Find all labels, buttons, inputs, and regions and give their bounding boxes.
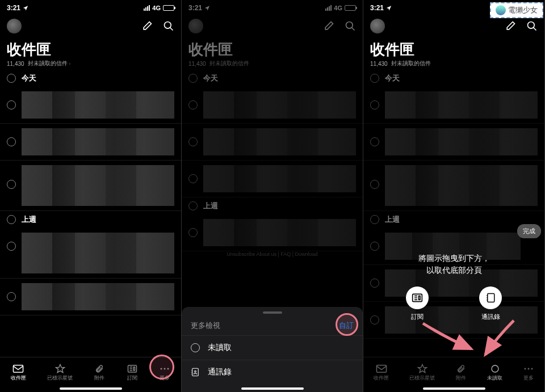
home-indicator[interactable] xyxy=(60,387,122,390)
radio-icon xyxy=(188,228,198,237)
sheet-handle[interactable] xyxy=(263,311,282,314)
mail-list[interactable]: 今天 上週 xyxy=(0,70,181,357)
tab-attachments[interactable]: 附件 xyxy=(455,364,467,382)
list-item[interactable] xyxy=(0,279,181,315)
paperclip-icon xyxy=(94,364,105,373)
location-arrow-icon xyxy=(204,5,210,11)
avatar[interactable] xyxy=(370,19,385,33)
avatar xyxy=(188,19,203,33)
tab-starred[interactable]: 已標示星號 xyxy=(47,364,73,382)
screen-3-customize: 電獺少女 3:21 4G 收件匣 11,430 封未讀取的信件 今天 上週 4天 xyxy=(363,0,545,392)
svg-point-4 xyxy=(164,368,166,370)
done-button[interactable]: 完成 xyxy=(517,224,541,238)
svg-point-13 xyxy=(525,368,526,370)
radio-icon xyxy=(370,242,379,251)
avatar[interactable] xyxy=(7,19,22,33)
drag-item-subscriptions[interactable]: 訂閱 xyxy=(406,286,429,321)
home-indicator[interactable] xyxy=(241,387,304,390)
search-icon[interactable] xyxy=(163,20,174,32)
star-icon xyxy=(417,364,428,373)
radio-icon[interactable] xyxy=(7,137,16,146)
radio-icon xyxy=(370,180,379,189)
mail-icon xyxy=(376,364,387,373)
radio-icon[interactable] xyxy=(7,292,16,301)
radio-icon[interactable] xyxy=(7,74,16,83)
address-book-icon xyxy=(479,286,502,309)
unread-summary[interactable]: 11,430 封未讀取的信件 xyxy=(370,60,538,68)
tab-unread[interactable]: 未讀取 xyxy=(487,364,502,382)
list-item xyxy=(182,161,363,197)
compose-icon[interactable] xyxy=(505,20,516,32)
tab-attachments[interactable]: 附件 xyxy=(94,364,105,382)
more-sheet[interactable]: 更多檢視 自訂 未讀取 通訊錄 xyxy=(182,307,363,392)
list-item xyxy=(182,214,363,251)
svg-point-14 xyxy=(528,368,530,370)
svg-point-12 xyxy=(492,365,498,372)
network-label: 4G xyxy=(334,5,342,11)
radio-icon[interactable] xyxy=(7,242,16,251)
tab-inbox[interactable]: 收件匣 xyxy=(11,364,26,382)
customize-button[interactable]: 自訂 xyxy=(339,321,354,331)
app-header xyxy=(182,16,363,36)
signal-bars-icon xyxy=(325,5,332,11)
location-arrow-icon xyxy=(23,5,28,11)
page-title: 收件匣 xyxy=(370,40,538,60)
instruction-text: 將圖示拖曳到下方， 以取代底部分頁 xyxy=(363,252,544,276)
list-item xyxy=(363,124,544,161)
list-item xyxy=(182,124,363,161)
chevron-right-icon: › xyxy=(69,61,70,66)
tab-subscriptions[interactable]: 訂閱 xyxy=(127,364,138,382)
list-item[interactable] xyxy=(0,161,181,211)
svg-rect-1 xyxy=(14,365,23,372)
compose-icon xyxy=(323,20,334,32)
radio-icon xyxy=(188,100,198,109)
newspaper-icon xyxy=(406,286,429,309)
list-item[interactable] xyxy=(0,124,181,161)
app-header xyxy=(0,16,181,36)
location-arrow-icon xyxy=(386,5,392,11)
tab-starred[interactable]: 已標示星號 xyxy=(409,364,435,382)
signal-bars-icon xyxy=(144,5,150,11)
footer-snippet: Unsubscribe About us | FAQ | Download xyxy=(182,251,363,257)
compose-icon[interactable] xyxy=(141,20,153,32)
sheet-row-unread[interactable]: 未讀取 xyxy=(182,335,363,360)
sheet-row-contacts[interactable]: 通訊錄 xyxy=(182,360,363,384)
battery-icon xyxy=(163,5,174,11)
status-time: 3:21 xyxy=(370,4,384,12)
sheet-title: 更多檢視 xyxy=(191,321,220,331)
tab-inbox[interactable]: 收件匣 xyxy=(374,364,389,382)
circle-icon xyxy=(489,364,501,373)
screen-1-inbox: 3:21 4G 收件匣 11,430 封未讀取的信件› 今天 上 xyxy=(0,0,182,392)
home-indicator[interactable] xyxy=(423,387,485,390)
list-item[interactable] xyxy=(0,228,181,279)
list-item xyxy=(363,161,544,211)
svg-rect-10 xyxy=(488,294,494,302)
radio-icon[interactable] xyxy=(7,100,16,109)
radio-icon[interactable] xyxy=(7,180,16,189)
svg-point-5 xyxy=(167,368,169,370)
svg-point-15 xyxy=(531,368,533,370)
unread-summary[interactable]: 11,430 封未讀取的信件› xyxy=(7,60,174,68)
svg-point-3 xyxy=(161,368,162,370)
page-title: 收件匣 xyxy=(7,40,174,60)
search-icon[interactable] xyxy=(526,20,538,32)
section-today: 今天 xyxy=(363,70,544,87)
mail-icon xyxy=(12,364,24,373)
more-icon xyxy=(159,364,170,373)
section-last-week[interactable]: 上週 xyxy=(0,211,181,228)
radio-icon xyxy=(370,215,379,224)
radio-icon[interactable] xyxy=(7,215,16,224)
status-bar: 3:21 4G xyxy=(182,0,363,16)
app-header xyxy=(363,16,544,36)
list-item[interactable] xyxy=(0,87,181,124)
tab-more[interactable]: 更多 xyxy=(523,364,534,382)
radio-icon xyxy=(188,74,198,83)
list-item xyxy=(363,87,544,124)
svg-point-0 xyxy=(165,22,171,29)
drag-item-contacts[interactable]: 通訊錄 xyxy=(479,286,502,321)
section-last-week: 上週 xyxy=(182,197,363,214)
section-today: 今天 xyxy=(182,70,363,87)
tab-more[interactable]: 更多 xyxy=(159,364,170,382)
section-today[interactable]: 今天 xyxy=(0,70,181,87)
radio-icon xyxy=(188,137,198,146)
